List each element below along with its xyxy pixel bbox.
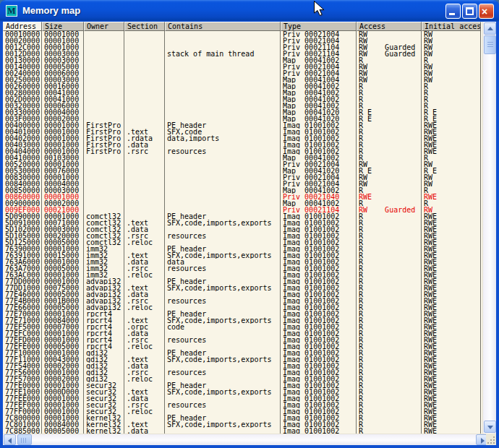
table-row[interactable]: 002D000000041000Map 00041002RR: [3, 96, 482, 103]
cell-section: .text: [124, 389, 165, 395]
cell-address: 77EF5000: [3, 324, 42, 330]
cell-access: R: [357, 220, 422, 226]
table-row[interactable]: 7639100000015000imm32.textSFX,code,impor…: [3, 252, 482, 259]
table-row[interactable]: 0040100000001000FirstPro.textSFX,codeIma…: [3, 129, 482, 135]
minimize-button[interactable]: [445, 4, 461, 19]
table-row[interactable]: 0040000000001000FirstProPE headerImag 01…: [3, 122, 482, 129]
close-button[interactable]: ×: [479, 4, 494, 19]
table-row[interactable]: 77F5700000002000gdi32.relocImag 01001002…: [3, 376, 482, 382]
scroll-down-button[interactable]: [484, 421, 496, 433]
table-row[interactable]: 0014000000005000Priv 00021004RWRW: [3, 64, 482, 70]
cell-initial-access: RW: [422, 51, 481, 57]
table-row[interactable]: 77EFD00000001000rpcrt4.rsrcresourcesImag…: [3, 337, 482, 343]
table-row[interactable]: 0026000000016000Map 00041002RR: [3, 83, 482, 90]
cell-initial-access: RWE: [422, 233, 481, 239]
cell-type: Imag 01001002: [281, 324, 357, 330]
horizontal-scrollbar-thumb[interactable]: [17, 434, 32, 445]
table-row[interactable]: 763A600000001000imm32.datadataImag 01001…: [3, 259, 482, 265]
table-row[interactable]: 77EFC00000001000rpcrt4.dataImag 01001002…: [3, 330, 482, 337]
cell-initial-access: R: [422, 96, 481, 103]
table-row[interactable]: 77E4B0000001B000advapi32.rsrcresourcesIm…: [3, 298, 482, 304]
column-header-contains[interactable]: Contains: [165, 22, 281, 31]
table-row[interactable]: 0025000000003000Map 00041004RWRW: [3, 77, 482, 83]
table-row[interactable]: 77EF500000007000rpcrt4.orpccodeImag 0100…: [3, 324, 482, 330]
table-row[interactable]: 77E7100000084000rpcrt4.textSFX,code,impo…: [3, 317, 482, 324]
table-row[interactable]: 77FEE00000001000secur32.dataImag 0100100…: [3, 395, 482, 402]
table-row[interactable]: 77F1000000001000gdi32PE headerImag 01001…: [3, 350, 482, 356]
column-header-section[interactable]: Section: [124, 22, 165, 31]
vertical-scrollbar[interactable]: [482, 22, 496, 434]
column-header-initial-access[interactable]: Initial access: [422, 22, 481, 31]
table-row[interactable]: 0040200000001000FirstPro.rdatadata,impor…: [3, 135, 482, 142]
cell-access: R: [357, 272, 422, 278]
table-row[interactable]: 5D09000000001000comctl32PE headerImag 01…: [3, 213, 482, 220]
table-row[interactable]: 77E6600000005000advapi32.relocImag 01001…: [3, 304, 482, 311]
table-row[interactable]: 77F5600000001000gdi32.rsrcresourcesImag …: [3, 369, 482, 376]
table-row[interactable]: 5D12500000005000comctl32.relocImag 01001…: [3, 239, 482, 246]
table-row[interactable]: 0052000000001000Priv 00021004RWRW: [3, 161, 482, 168]
table-row[interactable]: 0083000000001000Priv 00021004RWRW: [3, 174, 482, 181]
table-row[interactable]: 7639000000001000imm32PE headerImag 01001…: [3, 246, 482, 252]
table-row[interactable]: 009EF00000021000Priv 00021104RW GuardedR…: [3, 207, 482, 213]
cell-owner: imm32: [84, 259, 124, 265]
table-row[interactable]: 0090000000002000Map 00041002RR: [3, 200, 482, 207]
table-row[interactable]: 0040300000001000FirstPro.dataImag 010010…: [3, 142, 482, 148]
table-row[interactable]: 5D10200000003000comctl32.dataImag 010010…: [3, 226, 482, 233]
table-row[interactable]: 77FE000000001000secur32PE headerImag 010…: [3, 382, 482, 389]
column-header-type[interactable]: Type: [281, 22, 357, 31]
column-header-address[interactable]: Address: [3, 22, 42, 31]
table-row[interactable]: 77E4600000005000advapi32.dataImag 010010…: [3, 291, 482, 298]
scroll-up-button[interactable]: [484, 22, 496, 35]
cell-initial-access: RWE: [422, 291, 481, 298]
column-header-size[interactable]: Size: [42, 22, 84, 31]
column-header-access[interactable]: Access: [357, 22, 422, 31]
table-row[interactable]: 7C88500000005000kernel32.dataImag 010010…: [3, 428, 482, 434]
cell-contains: [165, 57, 281, 64]
table-row[interactable]: 7C80000000001000kernel32PE headerImag 01…: [3, 415, 482, 421]
table-row[interactable]: 0085000000003000Map 00041002RR: [3, 187, 482, 194]
table-row[interactable]: 5D10500000020000comctl32.rsrcresourcesIm…: [3, 233, 482, 239]
table-row[interactable]: 77EFE00000005000rpcrt4.relocImag 0100100…: [3, 343, 482, 350]
table-row[interactable]: 0001000000001000Priv 00021004RWRW: [3, 31, 482, 38]
horizontal-scrollbar[interactable]: [3, 434, 489, 445]
table-row[interactable]: 0033000000004000Map 00041020R ER E: [3, 109, 482, 116]
table-row[interactable]: 77FEF00000001000secur32.rsrcresourcesIma…: [3, 402, 482, 408]
table-row[interactable]: 0024000000006000Priv 00021004RWRW: [3, 70, 482, 77]
table-row[interactable]: 5D09100000071000comctl32.textSFX,code,im…: [3, 220, 482, 226]
table-row[interactable]: 0002000000001000Priv 00021004RWRW: [3, 38, 482, 44]
table-row[interactable]: 77F5400000002000gdi32.dataImag 01001002R…: [3, 363, 482, 369]
table-row[interactable]: 0053000000076000Map 00041020R ER E: [3, 168, 482, 174]
app-icon[interactable]: M: [6, 5, 17, 17]
scroll-left-button[interactable]: [4, 434, 16, 445]
table-row[interactable]: 77F1100000043000gdi32.textSFX,code,impor…: [3, 356, 482, 363]
table-row[interactable]: 77FE10000000D000secur32.textSFX,code,imp…: [3, 389, 482, 395]
table-row[interactable]: 0040400000001000FirstPro.rsrcresourcesIm…: [3, 148, 482, 155]
table-row[interactable]: 0012D00000003000stack of main threadPriv…: [3, 51, 482, 57]
table-row[interactable]: 763A700000005000imm32.rsrcresourcesImag …: [3, 265, 482, 272]
table-row[interactable]: 77E7000000001000rpcrt4PE headerImag 0100…: [3, 311, 482, 317]
table-row[interactable]: 003F000000002000Map 00041020R ER E: [3, 116, 482, 122]
table-row[interactable]: 77DD000000001000advapi32PE headerImag 01…: [3, 278, 482, 285]
table-row[interactable]: 0028000000041000Map 00041002RR: [3, 90, 482, 96]
table-row[interactable]: 0013000000003000Map 00041002RR: [3, 57, 482, 64]
cell-address: 77FE0000: [3, 382, 42, 389]
cell-type: Imag 01001002: [281, 148, 357, 155]
column-header-owner[interactable]: Owner: [84, 22, 124, 31]
table-row[interactable]: 77FF000000001000secur32.relocImag 010010…: [3, 408, 482, 415]
vertical-scrollbar-thumb[interactable]: [484, 35, 496, 54]
cell-contains: [165, 161, 281, 168]
title-bar[interactable]: M Memory map ×: [0, 0, 499, 22]
table-row[interactable]: 0086000000001000Priv 00021040RWERWE: [3, 194, 482, 200]
cell-type: Imag 01001002: [281, 343, 357, 350]
maximize-button[interactable]: [462, 4, 477, 19]
cell-initial-access: RWE: [422, 226, 481, 233]
table-row[interactable]: 0012C00000001000Priv 00021104RW GuardedR…: [3, 44, 482, 51]
table-row[interactable]: 0041000000103000Map 00041002RR: [3, 155, 482, 161]
resize-grip[interactable]: [486, 434, 496, 445]
table-row[interactable]: 77DD100000075000advapi32.textSFX,code,im…: [3, 285, 482, 291]
cell-size: 00041000: [42, 96, 84, 103]
table-row[interactable]: 0084000000004000Priv 00021004RWRW: [3, 181, 482, 187]
table-row[interactable]: 763AC00000001000imm32.relocImag 01001002…: [3, 272, 482, 278]
table-row[interactable]: 7C80100000084000kernel32.textSFX,code,im…: [3, 421, 482, 428]
table-row[interactable]: 0032000000006000Map 00041002RR: [3, 103, 482, 109]
